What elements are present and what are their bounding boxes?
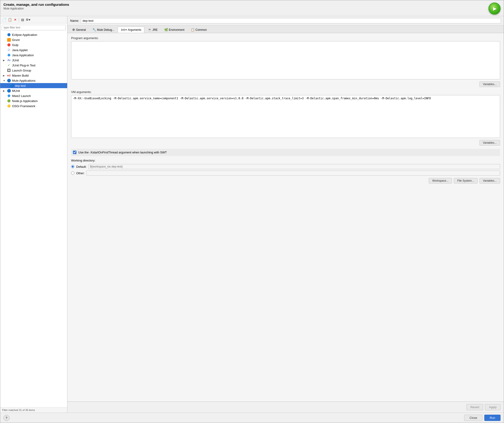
- main-content: 📄 📋 ✕ ▤ ⚙▾ 🔵 Eclipse Application 🟧 Grunt: [0, 16, 504, 413]
- working-dir-buttons: Workspace... File System... Variables...: [71, 178, 500, 183]
- name-bar: Name:: [67, 16, 504, 25]
- tree-arrow-collapse: ▼: [3, 79, 6, 82]
- tree-item-label: Eclipse Application: [12, 33, 37, 36]
- tree-item-dep-test[interactable]: 🔵 dep-test: [0, 83, 67, 88]
- file-system-button[interactable]: File System...: [454, 178, 478, 183]
- settings-config-button[interactable]: ⚙▾: [25, 17, 30, 22]
- tree-item-grunt[interactable]: 🟧 Grunt: [0, 37, 67, 42]
- tab-common-label: Common: [196, 28, 207, 31]
- help-button[interactable]: ?: [3, 415, 10, 421]
- default-dir-radio[interactable]: [71, 165, 74, 168]
- java-app-icon: 🔷: [7, 53, 11, 57]
- duplicate-config-button[interactable]: 📋: [7, 17, 12, 22]
- tab-general-label: General: [76, 28, 86, 31]
- config-tree: 🔵 Eclipse Application 🟧 Grunt 🔴 Gulp ☑: [0, 32, 67, 407]
- filter-input[interactable]: [2, 25, 66, 30]
- vm-args-variables-row: Variables...: [71, 140, 500, 146]
- swt-checkbox[interactable]: [73, 151, 76, 154]
- tree-item-label: Mule Applications: [12, 79, 36, 82]
- arguments-panel: Program arguments: Variables... VM argum…: [67, 33, 504, 401]
- mwe2-icon: 🔷: [7, 94, 11, 98]
- osgi-icon: 🟡: [7, 104, 11, 108]
- title-bar-left: Create, manage, and run configurations M…: [3, 3, 69, 10]
- maven-icon: m2: [7, 73, 11, 77]
- program-args-label: Program arguments:: [71, 36, 500, 40]
- run-button[interactable]: Run: [484, 415, 501, 421]
- tab-common[interactable]: 📋 Common: [188, 26, 210, 33]
- tab-jre-label: JRE: [152, 28, 158, 31]
- tree-item-osgi[interactable]: 🟡 OSGi Framework: [0, 103, 67, 109]
- default-dir-row: Default:: [71, 164, 500, 169]
- dialog-bottom-bar: ? Close Run: [0, 413, 504, 423]
- tree-item-label: Java Application: [12, 53, 34, 57]
- tree-item-mule-apps[interactable]: ▼ 🔵 Mule Applications: [0, 78, 67, 83]
- working-dir-variables-button[interactable]: Variables...: [480, 178, 500, 183]
- run-button-title[interactable]: [488, 3, 501, 15]
- tree-item-label: Gulp: [12, 43, 18, 47]
- tree-item-java-app[interactable]: 🔷 Java Application: [0, 53, 67, 58]
- default-dir-radio-label: Default:: [76, 165, 87, 169]
- tree-item-junit-plugin[interactable]: ✓ JUnit Plug-in Test: [0, 63, 67, 68]
- java-applet-icon: ☑: [7, 48, 11, 52]
- launch-group-icon: 🔲: [7, 68, 11, 72]
- dep-test-icon: 🔵: [10, 83, 14, 88]
- other-dir-radio[interactable]: [71, 171, 74, 175]
- tab-general[interactable]: ⚙ General: [69, 26, 89, 33]
- tree-item-eclipse-app[interactable]: 🔵 Eclipse Application: [0, 32, 67, 37]
- delete-config-button[interactable]: ✕: [13, 17, 18, 22]
- tree-item-launch-group[interactable]: 🔲 Launch Group: [0, 68, 67, 73]
- toolbar-separator: [19, 18, 19, 22]
- program-args-textarea[interactable]: [71, 41, 500, 79]
- swt-checkbox-label: Use the -XstartOnFirstThread argument wh…: [78, 151, 167, 154]
- new-config-button[interactable]: 📄: [2, 17, 7, 22]
- tab-mule-debug-label: Mule Debug...: [97, 28, 114, 31]
- default-dir-input[interactable]: [89, 164, 500, 169]
- close-button[interactable]: Close: [464, 415, 482, 421]
- name-input[interactable]: [81, 18, 501, 23]
- tree-arrow-expand: ▶: [3, 59, 6, 62]
- grunt-icon: 🟧: [7, 38, 11, 42]
- junit-plugin-icon: ✓: [7, 63, 11, 67]
- munit-icon: 🔵: [7, 89, 11, 93]
- other-dir-input[interactable]: [86, 170, 500, 176]
- general-icon: ⚙: [72, 28, 75, 31]
- tree-item-label: JUnit Plug-in Test: [12, 64, 36, 67]
- title-bar: Create, manage, and run configurations M…: [0, 0, 504, 16]
- tab-bar: ⚙ General 🔧 Mule Debug... (x)= Arguments…: [67, 25, 504, 33]
- workspace-button[interactable]: Workspace...: [429, 178, 452, 183]
- tree-item-maven[interactable]: ▶ m2 Maven Build: [0, 73, 67, 78]
- tree-item-label: Maven Build: [12, 74, 29, 77]
- revert-button[interactable]: Revert: [467, 404, 483, 410]
- nodejs-icon: 🟢: [7, 99, 11, 103]
- program-args-variables-button[interactable]: Variables...: [480, 82, 500, 87]
- left-panel: 📄 📋 ✕ ▤ ⚙▾ 🔵 Eclipse Application 🟧 Grunt: [0, 16, 67, 413]
- tab-environment[interactable]: 🌿 Environment: [161, 26, 187, 33]
- dialog-action-buttons: Close Run: [464, 415, 501, 421]
- tree-arrow-expand: ▶: [3, 89, 6, 92]
- vm-args-variables-button[interactable]: Variables...: [480, 140, 500, 146]
- tree-item-junit[interactable]: ▶ Ju JUnit: [0, 58, 67, 63]
- tree-item-label: Node.js Application: [12, 99, 38, 103]
- tree-item-label: Grunt: [12, 38, 20, 42]
- right-panel: Name: ⚙ General 🔧 Mule Debug... (x)= Arg…: [67, 16, 504, 413]
- common-icon: 📋: [191, 28, 195, 31]
- tree-item-nodejs[interactable]: 🟢 Node.js Application: [0, 98, 67, 103]
- apply-button[interactable]: Apply: [485, 404, 501, 410]
- swt-checkbox-row: Use the -XstartOnFirstThread argument wh…: [71, 149, 500, 156]
- tree-item-java-applet[interactable]: ☑ Java Applet: [0, 47, 67, 53]
- tab-mule-debug[interactable]: 🔧 Mule Debug...: [90, 26, 117, 33]
- tree-item-label: dep-test: [15, 84, 26, 88]
- filter-config-button[interactable]: ▤: [20, 17, 25, 22]
- tab-jre[interactable]: ☕ JRE: [145, 26, 161, 33]
- program-args-variables-row: Variables...: [71, 82, 500, 87]
- vm-args-textarea[interactable]: -M-XX:-UseBiasedLocking -M-Delastic.apm.…: [71, 95, 500, 138]
- working-dir-label: Working directory:: [71, 159, 500, 162]
- tab-arguments[interactable]: (x)= Arguments: [118, 27, 144, 33]
- tree-item-munit[interactable]: ▶ 🔵 MUnit: [0, 88, 67, 93]
- tree-item-label: Launch Group: [12, 69, 31, 72]
- jre-icon: ☕: [148, 28, 151, 31]
- other-dir-row: Other:: [71, 170, 500, 176]
- tree-item-gulp[interactable]: 🔴 Gulp: [0, 42, 67, 47]
- tree-item-mwe2[interactable]: 🔷 Mwe2 Launch: [0, 93, 67, 98]
- window-subtitle: Mule Application: [3, 7, 69, 10]
